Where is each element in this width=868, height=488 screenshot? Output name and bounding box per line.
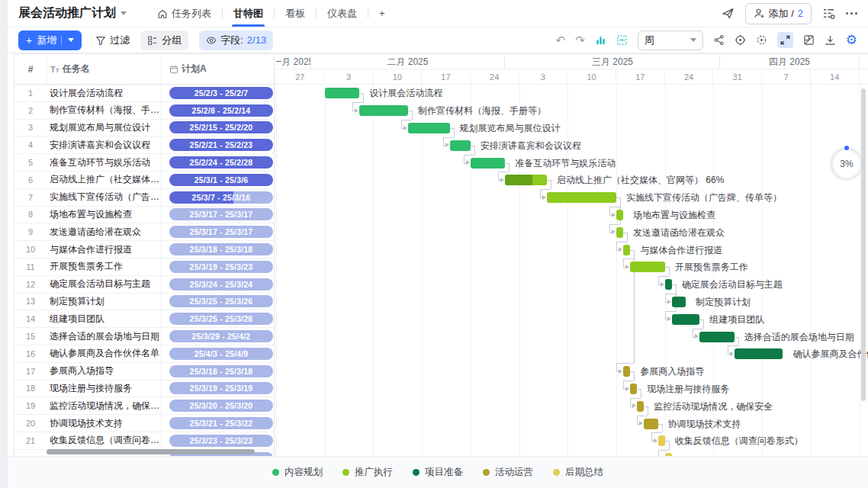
group-button[interactable]: 分组	[140, 30, 188, 50]
share-node-icon[interactable]	[713, 34, 725, 46]
column-header-name[interactable]: TT 任务名	[47, 54, 161, 84]
filter-button[interactable]: 过滤	[95, 34, 130, 47]
table-row[interactable]: 21收集反馈信息（调查问卷形式）25/3/23 - 25/3/23	[14, 432, 274, 450]
task-name[interactable]: 发送邀请函给潜在观众	[47, 223, 161, 241]
table-row[interactable]: 15选择合适的展会场地与日期25/3/29 - 25/4/2	[14, 328, 274, 345]
date-range-pill[interactable]: 25/3/18 - 25/3/18	[169, 243, 273, 255]
task-name[interactable]: 启动线上推广（社交媒体、官网等）	[47, 171, 161, 188]
date-range-pill[interactable]: 25/3/7 - 25/3/16	[169, 191, 273, 204]
date-range-pill[interactable]: 25/3/25 - 25/3/26	[169, 295, 273, 307]
date-range-pill[interactable]: 25/3/18 - 25/3/18	[169, 365, 273, 377]
gantt-bar[interactable]	[547, 192, 616, 203]
date-range-pill[interactable]: 25/4/3 - 25/4/9	[169, 348, 273, 360]
table-row[interactable]: 8场地布置与设施检查25/3/17 - 25/3/17	[14, 207, 274, 224]
date-range-pill[interactable]: 25/3/29 - 25/4/2	[169, 330, 273, 342]
tab-dashboard[interactable]: 仪表盘	[317, 0, 368, 27]
locate-today-icon[interactable]	[735, 34, 746, 46]
task-name[interactable]: 制作宣传材料（海报、手册等）	[47, 101, 161, 119]
gantt-bar[interactable]	[623, 366, 630, 377]
send-icon[interactable]	[722, 7, 735, 20]
tab-gantt[interactable]: 甘特图	[223, 0, 274, 27]
gantt-bar[interactable]	[471, 158, 506, 169]
date-range-pill[interactable]: 25/2/3 - 25/2/7	[169, 87, 273, 99]
gantt-bar[interactable]	[735, 348, 783, 359]
gantt-bar[interactable]	[630, 262, 665, 272]
task-name[interactable]: 实施线下宣传活动（广告牌、传单等）	[47, 188, 161, 206]
task-name[interactable]: 设计展会活动流程	[47, 85, 161, 102]
table-row[interactable]: 16确认参展商及合作伙伴名单25/4/3 - 25/4/9	[14, 345, 274, 363]
fields-button[interactable]: 字段: 2/13	[199, 30, 273, 50]
date-range-pill[interactable]: 25/2/24 - 25/2/28	[169, 156, 273, 169]
gantt-bar[interactable]	[672, 297, 686, 307]
download-icon[interactable]	[825, 34, 836, 46]
table-row[interactable]: 13制定预算计划25/3/25 - 25/3/26	[14, 294, 274, 311]
date-range-pill[interactable]: 25/3/24 - 25/3/24	[169, 278, 273, 291]
redo-icon[interactable]: ↷	[575, 34, 585, 46]
task-name[interactable]: 确认参展商及合作伙伴名单	[47, 345, 161, 362]
gantt-bar[interactable]	[630, 384, 637, 394]
time-scale-select[interactable]: 周	[638, 30, 703, 50]
task-name[interactable]: 安排演讲嘉宾和会议议程	[47, 136, 161, 154]
gantt-bar[interactable]	[665, 279, 672, 290]
gantt-bar[interactable]	[505, 175, 547, 185]
focus-icon[interactable]	[756, 34, 767, 46]
undo-icon[interactable]: ↶	[556, 34, 566, 46]
more-icon[interactable]	[846, 12, 857, 14]
legend-item[interactable]: 推广执行	[342, 466, 393, 479]
table-row[interactable]: 12确定展会活动目标与主题25/3/24 - 25/3/24	[14, 276, 274, 294]
milestone-mode-icon[interactable]	[616, 34, 628, 46]
add-collaborator-button[interactable]: 添加 / 2	[745, 3, 812, 24]
task-name[interactable]: 组建项目团队	[47, 310, 161, 328]
settings-gear-icon[interactable]: ⚙	[846, 34, 857, 47]
gantt-bar[interactable]	[616, 210, 623, 220]
task-name[interactable]: 现场注册与接待服务	[47, 380, 161, 397]
table-row[interactable]: 11开展预售票务工作25/3/19 - 25/3/23	[14, 258, 274, 276]
gantt-bar[interactable]	[616, 227, 623, 238]
date-range-pill[interactable]: 25/2/21 - 25/2/23	[169, 139, 273, 151]
chart-stats-icon[interactable]	[595, 34, 606, 46]
gantt-bar[interactable]	[672, 314, 699, 325]
vertical-scrollbar[interactable]	[861, 88, 866, 401]
table-row[interactable]: 10与媒体合作进行报道25/3/18 - 25/3/18	[14, 241, 274, 258]
new-task-button[interactable]: + 新增	[18, 30, 82, 50]
table-row[interactable]: 1设计展会活动流程25/2/3 - 25/2/7	[14, 85, 274, 102]
table-row[interactable]: 4安排演讲嘉宾和会议议程25/2/21 - 25/2/23	[14, 136, 274, 154]
legend-item[interactable]: 内容规划	[272, 466, 323, 479]
tab-task-list[interactable]: 任务列表	[146, 0, 222, 27]
column-header-plan[interactable]: 计划A	[161, 54, 274, 84]
task-name[interactable]: 开展预售票务工作	[47, 258, 161, 275]
legend-item[interactable]: 后期总结	[553, 466, 603, 479]
date-range-pill[interactable]: 25/3/25 - 25/3/28	[169, 313, 273, 325]
task-name[interactable]: 规划展览布局与展位设计	[47, 119, 161, 136]
table-row[interactable]: 20协调现场技术支持25/3/21 - 25/3/22	[14, 415, 274, 432]
task-name[interactable]: 确定展会活动目标与主题	[47, 275, 161, 293]
date-range-pill[interactable]: 25/3/1 - 25/3/6	[169, 174, 273, 186]
page-title[interactable]: 展会活动推广计划	[18, 5, 127, 21]
table-row[interactable]: 2制作宣传材料（海报、手册等）25/2/8 - 25/2/14	[14, 102, 274, 120]
gantt-bar[interactable]	[450, 140, 471, 151]
task-name[interactable]: 选择合适的展会场地与日期	[47, 328, 161, 345]
table-row[interactable]: 5准备互动环节与娱乐活动25/2/24 - 25/2/28	[14, 154, 274, 172]
date-range-pill[interactable]: 25/3/19 - 25/3/19	[169, 382, 273, 394]
task-name[interactable]: 场地布置与设施检查	[47, 206, 161, 223]
table-row[interactable]: 9发送邀请函给潜在观众25/3/17 - 25/3/17	[14, 223, 274, 241]
gantt-bar[interactable]	[359, 105, 408, 116]
fullscreen-icon[interactable]	[777, 32, 793, 48]
gantt-bar[interactable]	[408, 123, 450, 133]
date-range-pill[interactable]: 25/3/23 - 25/3/23	[169, 435, 273, 447]
task-name[interactable]: 监控活动现场情况，确保安全	[47, 397, 161, 415]
date-range-pill[interactable]: 25/3/19 - 25/3/23	[169, 261, 273, 273]
tab-kanban[interactable]: 看板	[275, 0, 316, 27]
task-name[interactable]: 与媒体合作进行报道	[47, 241, 161, 258]
table-row[interactable]: 7实施线下宣传活动（广告牌、传单等）25/3/7 - 25/3/16	[14, 189, 274, 207]
table-row[interactable]: 3规划展览布局与展位设计25/2/15 - 25/2/20	[14, 120, 274, 137]
gantt-bar[interactable]	[637, 401, 644, 412]
date-range-pill[interactable]: 25/2/15 - 25/2/20	[169, 121, 273, 133]
task-name[interactable]: 准备互动环节与娱乐活动	[47, 154, 161, 172]
task-name[interactable]: 收集反馈信息（调查问卷形式）	[47, 432, 161, 449]
hide-table-icon[interactable]	[803, 34, 815, 46]
table-row[interactable]: 19监控活动现场情况，确保安全25/3/20 - 25/3/20	[14, 397, 274, 415]
add-view-tab[interactable]: +	[368, 0, 396, 27]
column-header-id[interactable]: #	[14, 64, 47, 75]
date-range-pill[interactable]: 25/2/8 - 25/2/14	[169, 104, 273, 117]
